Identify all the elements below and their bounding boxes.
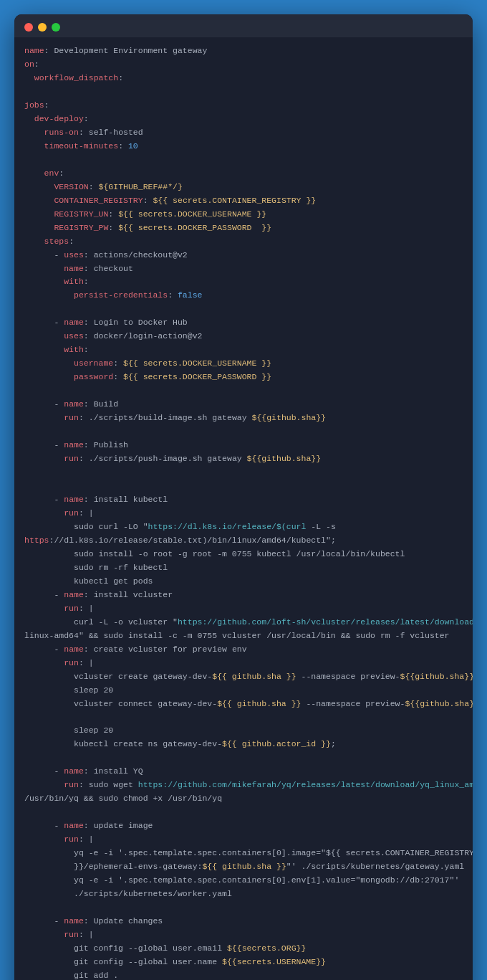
code-line: run: sudo wget https://github.com/mikefa… — [24, 779, 463, 792]
code-line: curl -L -o vcluster "https://github.com/… — [24, 616, 463, 629]
code-line: }}/ephemeral-envs-gateway:${{ github.sha… — [24, 860, 463, 874]
code-line: git config --global user.name ${{secrets… — [24, 956, 463, 969]
code-line: run: ./scripts/build-image.sh gateway ${… — [24, 411, 463, 425]
code-line: with: — [24, 343, 463, 357]
code-line: workflow_dispatch: — [24, 72, 463, 85]
code-line: kubectl create ns gateway-dev-${{ github… — [24, 738, 463, 751]
code-line: - name: install vcluster — [24, 589, 463, 602]
code-line: git add . — [24, 969, 463, 980]
code-line: run: | — [24, 602, 463, 616]
code-line: env: — [24, 167, 463, 181]
code-line: password: ${{ secrets.DOCKER_PASSWORD }} — [24, 371, 463, 384]
code-line: steps: — [24, 235, 463, 249]
code-line — [24, 901, 463, 915]
code-line: name: Development Environment gateway — [24, 44, 463, 58]
code-line: /usr/bin/yq && sudo chmod +x /usr/bin/yq — [24, 792, 463, 806]
code-line: run: | — [24, 507, 463, 520]
code-line: ./scripts/kubernetes/worker.yaml — [24, 888, 463, 901]
code-line: dev-deploy: — [24, 113, 463, 126]
code-line: sudo rm -rf kubectl — [24, 561, 463, 575]
code-line — [24, 153, 463, 167]
code-line: REGISTRY_PW: ${{ secrets.DOCKER_PASSWORD… — [24, 222, 463, 235]
code-line: CONTAINER_REGISTRY: ${{ secrets.CONTAINE… — [24, 194, 463, 208]
code-line: REGISTRY_UN: ${{ secrets.DOCKER_USERNAME… — [24, 208, 463, 222]
code-line — [24, 710, 463, 724]
code-line: git config --global user.email ${{secret… — [24, 942, 463, 956]
code-editor[interactable]: name: Development Environment gatewayon:… — [14, 37, 473, 980]
code-line: - name: update image — [24, 819, 463, 833]
code-line: - name: Build — [24, 398, 463, 411]
code-line — [24, 466, 463, 480]
code-line — [24, 425, 463, 439]
code-line: - name: install kubectl — [24, 493, 463, 507]
code-line: run: | — [24, 833, 463, 847]
code-line: run: ./scripts/push-image.sh gateway ${{… — [24, 452, 463, 466]
code-line: jobs: — [24, 99, 463, 113]
code-line: uses: docker/login-action@v2 — [24, 330, 463, 343]
code-line: yq -e -i '.spec.template.spec.containers… — [24, 847, 463, 860]
code-line: vcluster connect gateway-dev-${{ github.… — [24, 698, 463, 711]
code-line: VERSION: ${GITHUB_REF##*/} — [24, 181, 463, 194]
code-line: sudo curl -LO "https://dl.k8s.io/release… — [24, 520, 463, 534]
code-line: - name: Login to Docker Hub — [24, 316, 463, 330]
code-line: run: | — [24, 928, 463, 942]
code-line: timeout-minutes: 10 — [24, 140, 463, 153]
code-line: name: checkout — [24, 262, 463, 276]
code-line: linux-amd64" && sudo install -c -m 0755 … — [24, 629, 463, 643]
code-line — [24, 384, 463, 398]
code-line — [24, 806, 463, 819]
close-button[interactable] — [24, 23, 33, 32]
code-line: - uses: actions/checkout@v2 — [24, 249, 463, 262]
maximize-button[interactable] — [52, 23, 60, 32]
code-line — [24, 85, 463, 99]
code-line: with: — [24, 275, 463, 289]
code-line: sleep 20 — [24, 724, 463, 738]
code-line: - name: Publish — [24, 439, 463, 452]
code-line: kubectl get pods — [24, 575, 463, 589]
code-line — [24, 480, 463, 493]
code-line: - name: create vcluster for preview env — [24, 643, 463, 657]
code-line: - name: install YQ — [24, 765, 463, 779]
titlebar — [14, 14, 473, 37]
code-line: run: | — [24, 657, 463, 670]
code-line — [24, 303, 463, 316]
code-line: sleep 20 — [24, 684, 463, 698]
code-line: yq -e -i '.spec.template.spec.containers… — [24, 874, 463, 888]
minimize-button[interactable] — [38, 23, 47, 32]
code-line: https://dl.k8s.io/release/stable.txt)/bi… — [24, 534, 463, 548]
code-line: sudo install -o root -g root -m 0755 kub… — [24, 548, 463, 561]
code-line: runs-on: self-hosted — [24, 126, 463, 140]
editor-window: name: Development Environment gatewayon:… — [14, 14, 473, 980]
code-line: on: — [24, 58, 463, 72]
code-line: - name: Update changes — [24, 915, 463, 928]
code-line: username: ${{ secrets.DOCKER_USERNAME }} — [24, 357, 463, 371]
code-line: vcluster create gateway-dev-${{ github.s… — [24, 670, 463, 684]
code-line: persist-credentials: false — [24, 289, 463, 303]
code-line — [24, 751, 463, 765]
